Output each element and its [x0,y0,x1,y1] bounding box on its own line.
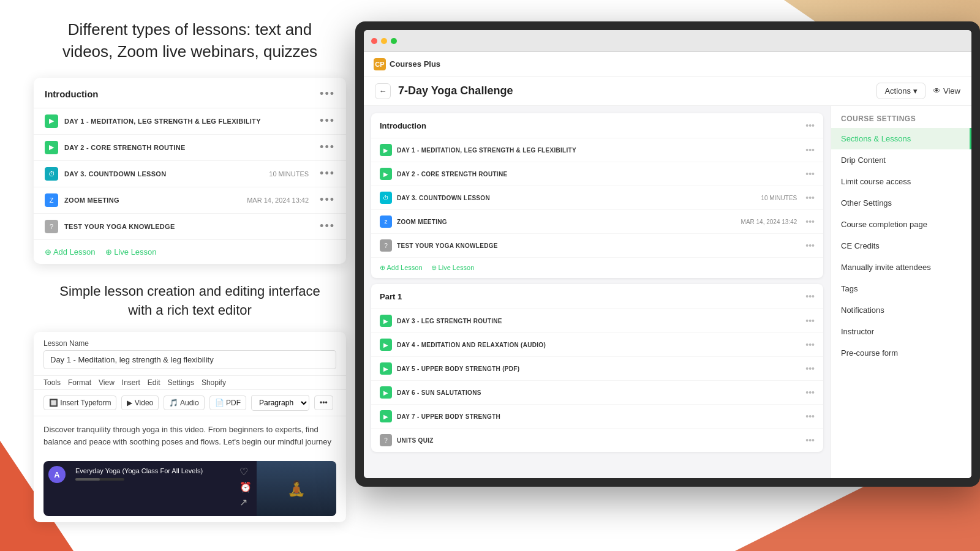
lesson-name: TEST YOUR YOGA KNOWLEDGE [64,223,314,230]
countdown-icon: ⏱ [380,192,392,204]
live-lesson-button[interactable]: ⊕ Live Lesson [431,264,475,272]
settings-item-limit-access[interactable]: Limit course access [831,171,971,192]
table-row[interactable]: ▶ DAY 7 - UPPER BODY STRENGTH ••• [371,405,823,429]
menu-settings[interactable]: Settings [168,378,194,387]
insert-pdf-button[interactable]: 📄 PDF [209,395,246,410]
add-lesson-button[interactable]: ⊕ Add Lesson [45,247,96,257]
lesson-dots-icon[interactable]: ••• [805,388,815,397]
lesson-menu-icon[interactable]: ••• [320,193,335,206]
list-item[interactable]: ▶ DAY 2 - CORE STRENGTH ROUTINE ••• [34,135,346,161]
chevron-down-icon: ▾ [913,86,918,96]
section-dots-icon[interactable]: ••• [805,121,815,130]
lesson-dots-icon[interactable]: ••• [805,364,815,373]
table-row[interactable]: ▶ DAY 1 - MEDITATION, LEG STRENGTH & LEG… [371,138,823,162]
table-row[interactable]: ▶ DAY 4 - MEDITATION AND RELAXATION (AUD… [371,333,823,357]
lesson-name: DAY 1 - MEDITATION, LEG STRENGTH & LEG F… [397,147,801,154]
more-options-button[interactable]: ••• [314,395,333,410]
lesson-name: TEST YOUR YOGA KNOWLEDGE [397,242,801,249]
insert-audio-button[interactable]: 🎵 Audio [164,395,204,410]
lesson-name: DAY 2 - CORE STRENGTH ROUTINE [397,171,801,178]
add-lesson-button[interactable]: ⊕ Add Lesson [380,264,423,272]
lesson-dots-icon[interactable]: ••• [805,340,815,350]
list-item[interactable]: Z ZOOM MEETING MAR 14, 2024 13:42 ••• [34,187,346,214]
video-icon: ▶ [380,315,392,327]
lesson-editor-card: Lesson Name Day 1 - Meditation, leg stre… [34,332,346,522]
section-menu-icon[interactable]: ••• [320,88,335,100]
insert-video-button[interactable]: ▶ Video [121,395,159,410]
lesson-menu-icon[interactable]: ••• [320,114,335,127]
browser-close-dot[interactable] [371,38,377,44]
browser-maximize-dot[interactable] [391,38,397,44]
back-button[interactable]: ← [375,83,391,99]
lesson-name: DAY 7 - UPPER BODY STRENGTH [397,413,801,420]
video-info: Everyday Yoga (Yoga Class For All Levels… [70,461,235,516]
list-item[interactable]: ▶ DAY 1 - MEDITATION, LEG STRENGTH & LEG… [34,108,346,135]
table-row[interactable]: ▶ DAY 2 - CORE STRENGTH ROUTINE ••• [371,162,823,186]
avatar: A [48,466,66,483]
settings-item-tags[interactable]: Tags [831,278,971,299]
editor-body: Discover tranquility through yoga in thi… [34,416,346,455]
actions-button[interactable]: Actions ▾ [876,83,925,99]
list-item[interactable]: ? TEST YOUR YOGA KNOWLEDGE ••• [34,214,346,240]
view-button[interactable]: 👁 View [933,86,960,96]
settings-item-instructor[interactable]: Instructor [831,321,971,342]
lesson-name: DAY 2 - CORE STRENGTH ROUTINE [64,144,314,151]
video-icon: ▶ [380,410,392,422]
left-panel: Different types of lessons: text and vid… [0,0,380,551]
lesson-menu-icon[interactable]: ••• [320,167,335,180]
live-lesson-button[interactable]: ⊕ Live Lesson [105,247,157,257]
lesson-name-input[interactable]: Day 1 - Meditation, leg strength & leg f… [43,350,336,369]
settings-item-other-settings[interactable]: Other Settings [831,192,971,214]
countdown-icon: ⏱ [45,167,58,181]
menu-tools[interactable]: Tools [43,378,61,387]
lesson-dots-icon[interactable]: ••• [805,435,815,445]
table-row[interactable]: ? TEST YOUR YOGA KNOWLEDGE ••• [371,234,823,258]
lesson-dots-icon[interactable]: ••• [805,169,815,179]
settings-item-pre-course-form[interactable]: Pre-course form [831,342,971,364]
settings-item-ce-credits[interactable]: CE Credits [831,235,971,257]
table-row[interactable]: ▶ DAY 5 - UPPER BODY STRENGTH (PDF) ••• [371,357,823,381]
list-item[interactable]: ⏱ DAY 3. COUNTDOWN LESSON 10 MINUTES ••• [34,161,346,187]
lesson-menu-icon[interactable]: ••• [320,220,335,233]
lesson-menu-icon[interactable]: ••• [320,141,335,154]
menu-insert[interactable]: Insert [122,378,140,387]
browser-chrome [364,30,971,52]
settings-item-notifications[interactable]: Notifications [831,299,971,321]
settings-item-invite-attendees[interactable]: Manually invite attendees [831,257,971,278]
lesson-dots-icon[interactable]: ••• [805,411,815,421]
video-progress-fill [75,478,100,481]
lesson-dots-icon[interactable]: ••• [805,193,815,203]
section-dots-icon[interactable]: ••• [805,291,815,301]
table-row[interactable]: Z ZOOM MEETING MAR 14, 2024 13:42 ••• [371,210,823,234]
settings-item-completion-page[interactable]: Course completion page [831,214,971,235]
lesson-dots-icon[interactable]: ••• [805,316,815,326]
lessons-panel[interactable]: Introduction ••• ▶ DAY 1 - MEDITATION, L… [364,106,831,478]
insert-typeform-button[interactable]: 🔲 Insert Typeform [43,395,116,410]
settings-item-drip-content[interactable]: Drip Content [831,149,971,171]
clock-icon[interactable]: ⏰ [239,481,252,493]
table-row[interactable]: ? UNITS QUIZ ••• [371,429,823,452]
video-icon: ▶ [45,114,58,128]
lesson-dots-icon[interactable]: ••• [805,217,815,227]
lesson-meta: MAR 14, 2024 13:42 [247,197,309,204]
browser-minimize-dot[interactable] [381,38,387,44]
actions-label: Actions [884,86,911,96]
share-icon[interactable]: ↗ [239,497,252,508]
course-title: 7-Day Yoga Challenge [398,84,869,97]
heart-icon[interactable]: ♡ [239,466,252,478]
paragraph-select[interactable]: Paragraph [251,395,309,411]
table-row[interactable]: ▶ DAY 3 - LEG STRENGTH ROUTINE ••• [371,309,823,333]
menu-view[interactable]: View [99,378,115,387]
lesson-dots-icon[interactable]: ••• [805,145,815,155]
video-actions: ♡ ⏰ ↗ [235,461,257,516]
settings-item-sections-lessons[interactable]: Sections & Lessons [831,128,971,149]
lesson-name: DAY 3. COUNTDOWN LESSON [397,195,756,201]
table-row[interactable]: ▶ DAY 6 - SUN SALUTATIONS ••• [371,381,823,405]
menu-format[interactable]: Format [68,378,91,387]
lesson-dots-icon[interactable]: ••• [805,241,815,250]
menu-edit[interactable]: Edit [148,378,160,387]
menu-shopify[interactable]: Shopify [202,378,226,387]
section-header: Introduction ••• [371,113,823,138]
quiz-icon: ? [380,434,392,446]
table-row[interactable]: ⏱ DAY 3. COUNTDOWN LESSON 10 MINUTES ••• [371,186,823,210]
